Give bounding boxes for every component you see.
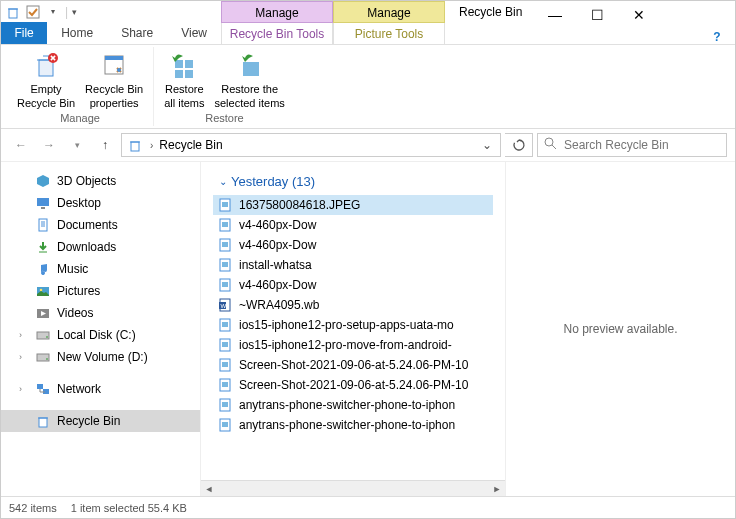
sidebar-item[interactable]: Documents <box>1 214 200 236</box>
file-row[interactable]: anytrans-phone-switcher-phone-to-iphon <box>213 395 493 415</box>
status-bar: 542 items 1 item selected 55.4 KB <box>1 496 735 518</box>
file-row[interactable]: install-whatsa <box>213 255 493 275</box>
qat-dropdown-icon[interactable]: ▾ <box>45 4 61 20</box>
refresh-button[interactable] <box>505 133 533 157</box>
preview-pane: No preview available. <box>505 162 735 496</box>
svg-rect-1 <box>27 6 39 18</box>
file-name: Screen-Shot-2021-09-06-at-5.24.06-PM-10 <box>239 358 468 372</box>
context-tab-manage-recycle[interactable]: Manage <box>221 1 333 23</box>
disk-icon <box>35 349 51 365</box>
file-icon <box>217 277 233 293</box>
file-row[interactable]: v4-460px-Dow <box>213 235 493 255</box>
context-subtab-recycle-tools[interactable]: Recycle Bin Tools <box>221 23 333 45</box>
sidebar-item[interactable]: Videos <box>1 302 200 324</box>
svg-rect-45 <box>222 362 228 367</box>
file-icon <box>217 217 233 233</box>
horizontal-scrollbar[interactable]: ◄ ► <box>201 480 505 496</box>
sidebar-item-label: Local Disk (C:) <box>57 328 136 342</box>
recent-dropdown[interactable]: ▾ <box>65 133 89 157</box>
sidebar-item-label: 3D Objects <box>57 174 116 188</box>
sidebar-item-network[interactable]: › Network <box>1 378 200 400</box>
file-row[interactable]: ios15-iphone12-pro-move-from-android- <box>213 335 493 355</box>
svg-rect-15 <box>41 207 45 209</box>
music-icon <box>35 261 51 277</box>
svg-rect-12 <box>131 142 139 151</box>
svg-rect-11 <box>243 62 259 76</box>
svg-point-13 <box>545 138 553 146</box>
scroll-left-icon[interactable]: ◄ <box>201 484 217 494</box>
file-row[interactable]: Screen-Shot-2021-09-06-at-5.24.06-PM-10 <box>213 355 493 375</box>
restore-selected-icon <box>234 49 266 81</box>
file-icon <box>217 357 233 373</box>
file-icon <box>217 237 233 253</box>
svg-rect-16 <box>39 219 47 231</box>
file-icon <box>217 337 233 353</box>
context-tab-manage-picture[interactable]: Manage <box>333 1 445 23</box>
ribbon: Empty Recycle Bin Recycle Bin properties… <box>1 45 735 129</box>
tab-home[interactable]: Home <box>47 22 107 44</box>
navigation-sidebar[interactable]: 3D ObjectsDesktopDocumentsDownloadsMusic… <box>1 162 201 496</box>
restore-all-items-button[interactable]: Restore all items <box>160 47 208 112</box>
recycle-bin-icon <box>5 4 21 20</box>
up-button[interactable]: ↑ <box>93 133 117 157</box>
recycle-bin-properties-button[interactable]: Recycle Bin properties <box>81 47 147 112</box>
empty-recycle-bin-button[interactable]: Empty Recycle Bin <box>13 47 79 112</box>
file-name: v4-460px-Dow <box>239 278 316 292</box>
svg-rect-43 <box>222 342 228 347</box>
address-dropdown-icon[interactable]: ⌄ <box>478 138 496 152</box>
search-input[interactable]: Search Recycle Bin <box>537 133 727 157</box>
back-button[interactable]: ← <box>9 133 33 157</box>
sidebar-item[interactable]: ›New Volume (D:) <box>1 346 200 368</box>
file-row[interactable]: anytrans-phone-switcher-phone-to-iphon <box>213 415 493 435</box>
chevron-right-icon[interactable]: › <box>19 330 29 340</box>
sidebar-item-label: Videos <box>57 306 93 320</box>
restore-selected-items-button[interactable]: Restore the selected items <box>211 47 289 112</box>
scroll-right-icon[interactable]: ► <box>489 484 505 494</box>
checkbox-icon[interactable] <box>25 4 41 20</box>
file-menu-button[interactable]: File <box>1 22 47 44</box>
preview-message: No preview available. <box>563 322 677 336</box>
svg-rect-32 <box>222 242 228 247</box>
address-bar: ← → ▾ ↑ › Recycle Bin ⌄ Search Recycle B… <box>1 129 735 161</box>
help-icon[interactable]: ? <box>708 26 732 48</box>
svg-rect-28 <box>222 202 228 207</box>
file-row[interactable]: 1637580084618.JPEG <box>213 195 493 215</box>
group-header-yesterday[interactable]: ⌄ Yesterday (13) <box>213 170 493 195</box>
sidebar-item[interactable]: Downloads <box>1 236 200 258</box>
close-button[interactable]: ✕ <box>618 1 660 29</box>
sidebar-item[interactable]: Pictures <box>1 280 200 302</box>
svg-rect-34 <box>222 262 228 267</box>
file-row[interactable]: v4-460px-Dow <box>213 275 493 295</box>
chevron-right-icon[interactable]: › <box>19 352 29 362</box>
title-bar: ▾ | ▾ File Home Share View Manage Recycl… <box>1 1 735 45</box>
recycle-bin-path-icon <box>126 136 144 154</box>
context-tabs: Manage Recycle Bin Tools Manage Picture … <box>221 1 445 44</box>
file-icon <box>217 197 233 213</box>
recycle-bin-icon <box>35 413 51 429</box>
sidebar-item[interactable]: ›Local Disk (C:) <box>1 324 200 346</box>
file-row[interactable]: ios15-iphone12-pro-setup-apps-uata-mo <box>213 315 493 335</box>
tab-share[interactable]: Share <box>107 22 167 44</box>
forward-button: → <box>37 133 61 157</box>
tab-view[interactable]: View <box>167 22 221 44</box>
maximize-button[interactable]: ☐ <box>576 1 618 29</box>
sidebar-item[interactable]: Music <box>1 258 200 280</box>
sidebar-item-label: Network <box>57 382 101 396</box>
address-box[interactable]: › Recycle Bin ⌄ <box>121 133 501 157</box>
context-subtab-picture-tools[interactable]: Picture Tools <box>333 23 445 45</box>
file-row[interactable]: v4-460px-Dow <box>213 215 493 235</box>
chevron-right-icon[interactable]: › <box>150 140 153 151</box>
docs-icon <box>35 217 51 233</box>
sidebar-item[interactable]: Desktop <box>1 192 200 214</box>
3d-icon <box>35 173 51 189</box>
sidebar-item-recycle-bin[interactable]: Recycle Bin <box>1 410 200 432</box>
chevron-right-icon[interactable]: › <box>19 384 29 394</box>
sidebar-item[interactable]: 3D Objects <box>1 170 200 192</box>
file-list[interactable]: ⌄ Yesterday (13) 1637580084618.JPEGv4-46… <box>201 162 505 480</box>
svg-rect-14 <box>37 198 49 206</box>
qat-overflow[interactable]: ▾ <box>72 7 77 17</box>
chevron-down-icon[interactable]: ⌄ <box>219 176 227 187</box>
file-row[interactable]: Screen-Shot-2021-09-06-at-5.24.06-PM-10 <box>213 375 493 395</box>
file-row[interactable]: W~WRA4095.wb <box>213 295 493 315</box>
minimize-button[interactable]: — <box>534 1 576 29</box>
